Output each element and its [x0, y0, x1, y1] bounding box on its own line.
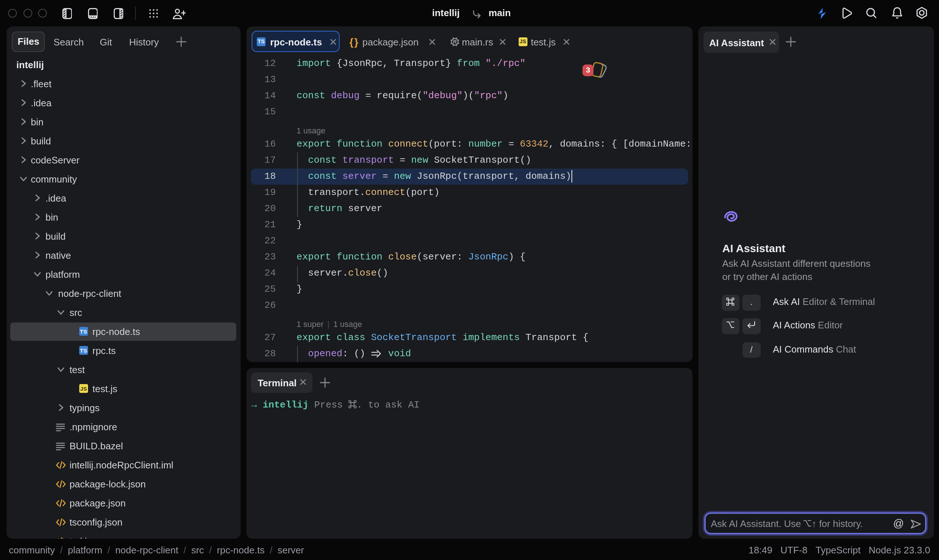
svg-text:R: R [453, 39, 456, 45]
